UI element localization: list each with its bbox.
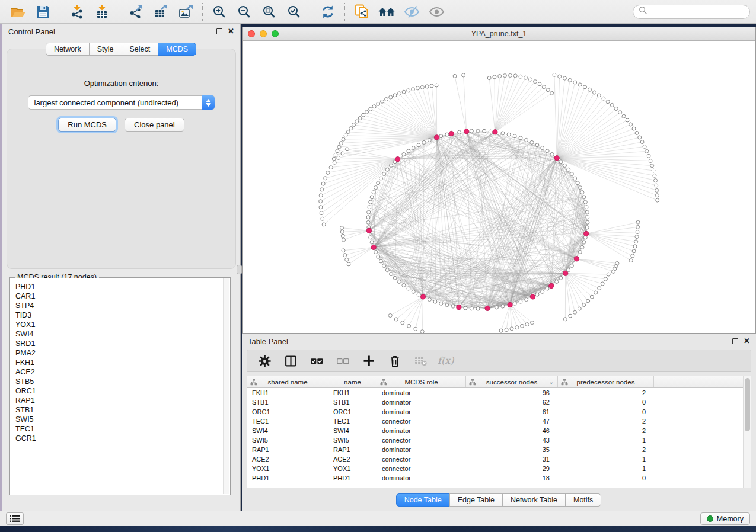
tab-style[interactable]: Style bbox=[89, 43, 122, 56]
float-table-panel-icon[interactable] bbox=[732, 338, 738, 344]
cell-shared_name[interactable]: ACE2 bbox=[247, 454, 328, 464]
export-network-icon[interactable] bbox=[123, 2, 148, 22]
deselect-all-columns-icon[interactable] bbox=[333, 352, 353, 370]
first-neighbors-icon[interactable] bbox=[374, 2, 399, 22]
table-scrollbar[interactable] bbox=[743, 376, 751, 488]
mcds-result-item[interactable]: PMA2 bbox=[15, 348, 229, 358]
tab-network[interactable]: Network bbox=[46, 43, 90, 56]
cell-mcds_role[interactable]: dominator bbox=[377, 426, 466, 435]
export-table-icon[interactable] bbox=[148, 2, 173, 22]
cell-mcds_role[interactable]: dominator bbox=[377, 445, 466, 454]
cell-mcds_role[interactable]: connector bbox=[377, 435, 466, 445]
export-image-icon[interactable] bbox=[173, 2, 198, 22]
mcds-result-item[interactable]: SWI4 bbox=[15, 329, 229, 339]
table-settings-gear-icon[interactable] bbox=[254, 352, 275, 370]
zoom-selected-icon[interactable] bbox=[282, 2, 307, 22]
cell-shared_name[interactable]: ORC1 bbox=[247, 407, 328, 416]
zoom-in-icon[interactable] bbox=[207, 2, 232, 22]
mcds-result-item[interactable]: RAP1 bbox=[15, 396, 229, 405]
cell-name[interactable]: YOX1 bbox=[328, 464, 377, 473]
mcds-result-item[interactable]: SRD1 bbox=[15, 339, 229, 348]
cell-mcds_role[interactable]: connector bbox=[377, 464, 466, 473]
cell-successor_nodes[interactable]: 29 bbox=[466, 464, 558, 473]
cell-predecessor_nodes[interactable]: 0 bbox=[558, 473, 654, 483]
cell-mcds_role[interactable]: dominator bbox=[377, 388, 466, 398]
cell-predecessor_nodes[interactable]: 0 bbox=[558, 407, 654, 416]
cell-mcds_role[interactable]: dominator bbox=[377, 407, 466, 416]
cell-successor_nodes[interactable]: 46 bbox=[466, 426, 558, 435]
cell-predecessor_nodes[interactable]: 2 bbox=[558, 445, 654, 454]
cell-predecessor_nodes[interactable]: 2 bbox=[558, 426, 654, 435]
network-window-titlebar[interactable]: YPA_prune.txt_1 bbox=[243, 27, 755, 41]
show-column-panel-icon[interactable] bbox=[280, 352, 301, 370]
cell-shared_name[interactable]: YOX1 bbox=[247, 464, 328, 473]
mcds-result-item[interactable]: GCR1 bbox=[15, 434, 229, 443]
zoom-out-icon[interactable] bbox=[232, 2, 257, 22]
network-graph[interactable] bbox=[243, 41, 755, 333]
mcds-result-item[interactable]: ACE2 bbox=[15, 367, 229, 377]
cell-name[interactable]: TEC1 bbox=[328, 416, 377, 426]
table-row[interactable]: YOX1YOX1connector291 bbox=[247, 464, 751, 473]
network-canvas[interactable] bbox=[243, 41, 755, 333]
cell-predecessor_nodes[interactable]: 1 bbox=[558, 435, 654, 445]
show-panels-list-icon[interactable] bbox=[6, 512, 24, 525]
hide-selected-icon[interactable] bbox=[399, 2, 424, 22]
refresh-view-icon[interactable] bbox=[315, 2, 340, 22]
mcds-result-item[interactable]: FKH1 bbox=[15, 358, 229, 367]
save-session-icon[interactable] bbox=[31, 2, 56, 22]
mcds-result-list[interactable]: PHD1CAR1STP4TID3YOX1SWI4SRD1PMA2FKH1ACE2… bbox=[11, 278, 229, 494]
cell-shared_name[interactable]: SWI4 bbox=[247, 426, 328, 435]
float-panel-icon[interactable] bbox=[216, 28, 222, 34]
cell-shared_name[interactable]: SWI5 bbox=[247, 435, 328, 445]
mcds-result-item[interactable]: SWI5 bbox=[15, 415, 229, 424]
mcds-result-item[interactable]: STB1 bbox=[15, 405, 229, 415]
close-panel-icon[interactable]: ✕ bbox=[228, 28, 234, 34]
create-column-plus-icon[interactable] bbox=[359, 352, 379, 370]
select-all-columns-icon[interactable] bbox=[307, 352, 327, 370]
cell-successor_nodes[interactable]: 18 bbox=[466, 473, 558, 483]
table-row[interactable]: ACE2ACE2connector311 bbox=[247, 454, 751, 464]
import-network-icon[interactable] bbox=[65, 2, 90, 22]
tab-motifs[interactable]: Motifs bbox=[565, 493, 601, 507]
cell-successor_nodes[interactable]: 35 bbox=[466, 445, 558, 454]
column-header-name[interactable]: name bbox=[328, 376, 377, 387]
cell-name[interactable]: PHD1 bbox=[328, 473, 377, 483]
cell-name[interactable]: ORC1 bbox=[328, 407, 377, 416]
table-row[interactable]: FKH1FKH1dominator962 bbox=[247, 388, 751, 398]
mcds-result-item[interactable]: ORC1 bbox=[15, 386, 229, 396]
cell-mcds_role[interactable]: connector bbox=[377, 416, 466, 426]
mcds-result-item[interactable]: PHD1 bbox=[15, 282, 229, 291]
run-mcds-button[interactable]: Run MCDS bbox=[58, 118, 116, 132]
search-input[interactable] bbox=[633, 5, 750, 19]
column-header-predecessor-nodes[interactable]: predecessor nodes bbox=[558, 376, 654, 387]
close-table-panel-icon[interactable]: ✕ bbox=[744, 338, 750, 344]
cell-name[interactable]: RAP1 bbox=[328, 445, 377, 454]
sort-indicator-icon[interactable]: ⌄ bbox=[549, 379, 554, 385]
open-file-icon[interactable] bbox=[6, 2, 31, 22]
mcds-result-item[interactable]: STP4 bbox=[15, 301, 229, 310]
table-row[interactable]: RAP1RAP1dominator352 bbox=[247, 445, 751, 454]
cell-shared_name[interactable]: TEC1 bbox=[247, 416, 328, 426]
mcds-result-item[interactable]: CAR1 bbox=[15, 291, 229, 301]
column-header-successor-nodes[interactable]: successor nodes⌄ bbox=[466, 376, 558, 387]
cell-predecessor_nodes[interactable]: 1 bbox=[558, 454, 654, 464]
cell-predecessor_nodes[interactable]: 2 bbox=[558, 416, 654, 426]
cell-mcds_role[interactable]: dominator bbox=[377, 398, 466, 407]
criterion-dropdown[interactable]: largest connected component (undirected) bbox=[28, 95, 215, 110]
clone-network-icon[interactable] bbox=[349, 2, 374, 22]
mcds-result-item[interactable]: TID3 bbox=[15, 310, 229, 320]
table-row[interactable]: PHD1PHD1dominator180 bbox=[247, 473, 751, 483]
cell-successor_nodes[interactable]: 43 bbox=[466, 435, 558, 445]
delete-column-trash-icon[interactable] bbox=[385, 352, 405, 370]
tab-mcds[interactable]: MCDS bbox=[158, 43, 196, 56]
cell-name[interactable]: ACE2 bbox=[328, 454, 377, 464]
cell-successor_nodes[interactable]: 31 bbox=[466, 454, 558, 464]
cell-predecessor_nodes[interactable]: 0 bbox=[558, 398, 654, 407]
mcds-result-item[interactable]: TEC1 bbox=[15, 424, 229, 434]
import-table-icon[interactable] bbox=[90, 2, 114, 22]
table-row[interactable]: SWI5SWI5connector431 bbox=[247, 435, 751, 445]
cell-successor_nodes[interactable]: 61 bbox=[466, 407, 558, 416]
cell-shared_name[interactable]: STB1 bbox=[247, 398, 328, 407]
cell-successor_nodes[interactable]: 96 bbox=[466, 388, 558, 398]
table-row[interactable]: SWI4SWI4dominator462 bbox=[247, 426, 751, 435]
